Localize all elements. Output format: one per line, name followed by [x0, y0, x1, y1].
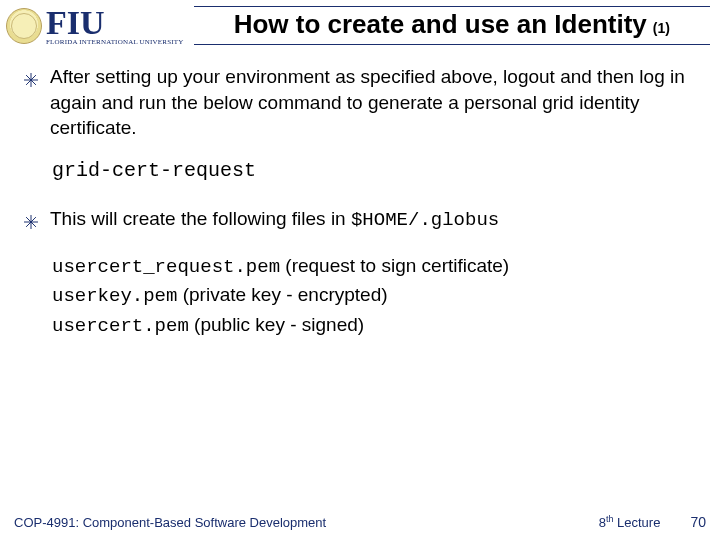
file-name: usercert_request.pem [52, 256, 280, 278]
course-label: COP-4991: Component-Based Software Devel… [14, 515, 599, 530]
starburst-icon [24, 68, 38, 141]
university-seal-icon [6, 8, 42, 44]
slide-body: After setting up your environment as spe… [0, 46, 720, 340]
logo-text: FIU [46, 6, 184, 40]
logo-subtext: FLORIDA INTERNATIONAL UNIVERSITY [46, 39, 184, 46]
file-desc: (request to sign certificate) [280, 255, 509, 276]
command-code: grid-cert-request [52, 157, 696, 184]
slide-title-sub: (1) [653, 20, 670, 36]
bullet-item: After setting up your environment as spe… [24, 64, 696, 141]
file-list: usercert_request.pem (request to sign ce… [52, 252, 696, 341]
bullet-text: This will create the following files in … [50, 206, 696, 236]
slide-footer: COP-4991: Component-Based Software Devel… [0, 514, 720, 530]
title-bar: How to create and use an Identity (1) [194, 6, 710, 45]
lecture-word: Lecture [613, 515, 660, 530]
inline-code: $HOME/.globus [351, 209, 499, 231]
slide: FIU FLORIDA INTERNATIONAL UNIVERSITY How… [0, 0, 720, 540]
lecture-label: 8th Lecture [599, 514, 661, 530]
file-desc: (private key - encrypted) [177, 284, 387, 305]
bullet-text-pre: This will create the following files in [50, 208, 351, 229]
file-name: userkey.pem [52, 285, 177, 307]
logo-text-block: FIU FLORIDA INTERNATIONAL UNIVERSITY [46, 6, 184, 46]
slide-header: FIU FLORIDA INTERNATIONAL UNIVERSITY How… [0, 0, 720, 46]
bullet-item: This will create the following files in … [24, 206, 696, 236]
list-item: userkey.pem (private key - encrypted) [52, 281, 696, 311]
list-item: usercert_request.pem (request to sign ce… [52, 252, 696, 282]
slide-title: How to create and use an Identity [234, 9, 647, 40]
file-desc: (public key - signed) [189, 314, 364, 335]
lecture-number: 8 [599, 515, 606, 530]
file-name: usercert.pem [52, 315, 189, 337]
page-number: 70 [690, 514, 706, 530]
logo: FIU FLORIDA INTERNATIONAL UNIVERSITY [6, 6, 184, 46]
starburst-icon [24, 210, 38, 236]
list-item: usercert.pem (public key - signed) [52, 311, 696, 341]
bullet-text: After setting up your environment as spe… [50, 64, 696, 141]
